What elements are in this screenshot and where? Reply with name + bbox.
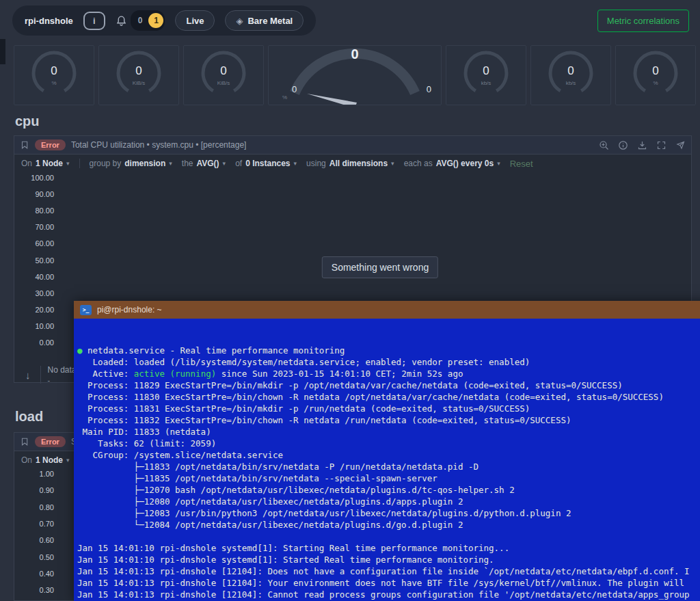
y-axis-label: 0.70 [14, 520, 54, 528]
y-axis-label: 0.30 [14, 586, 54, 594]
alert-count-pill: 0 1 [131, 10, 165, 31]
terminal-line: ├─12080 /opt/netdata/usr/libexec/netdata… [77, 496, 700, 507]
info-icon: i [93, 16, 96, 26]
alert-count-warning-badge: 1 [148, 13, 163, 28]
toolbar-dropdown[interactable]: usingAll dimensions▾ [306, 159, 394, 168]
y-axis-label: 10.00 [14, 322, 54, 330]
toolbar-dropdown[interactable]: theAVG()▾ [182, 159, 226, 168]
terminal-line: Process: 11831 ExecStartPre=/bin/mkdir -… [77, 403, 700, 414]
y-axis-label: 90.00 [14, 190, 54, 198]
dimension-value: - [48, 376, 77, 384]
terminal-line: Process: 11830 ExecStartPre=/bin/chown -… [77, 391, 700, 403]
cpu-section-heading: cpu [15, 113, 40, 129]
terminal-line: ● netdata.service - Real time performanc… [77, 345, 700, 356]
terminal-line: Jan 15 14:01:10 rpi-dnshole systemd[1]: … [77, 542, 700, 554]
y-axis-label: 20.00 [14, 306, 54, 314]
fullscreen-icon[interactable] [656, 140, 667, 150]
metric-correlations-button[interactable]: Metric correlations [597, 10, 689, 32]
gauge-card[interactable]: 0KiB/s [183, 45, 264, 105]
terminal-line: ├─11833 /opt/netdata/bin/srv/netdata -P … [77, 461, 700, 472]
alert-count-normal: 0 [132, 16, 149, 25]
chart-info-icon[interactable] [618, 140, 628, 150]
cpu-chart-title: Total CPU utilization • system.cpu • [pe… [71, 140, 247, 150]
no-data-label: No data [48, 365, 77, 375]
y-axis-label: 40.00 [14, 273, 54, 281]
download-icon[interactable] [637, 140, 647, 150]
chart-flag-icon [20, 140, 29, 150]
toolbar-dropdown[interactable]: of0 Instances▾ [235, 159, 297, 168]
terminal-output[interactable]: ● netdata.service - Real time performanc… [74, 319, 700, 601]
terminal-line [77, 531, 700, 542]
speedometer-gauge[interactable]: 000% [268, 45, 442, 105]
toolbar-dropdown[interactable]: group bydimension▾ [90, 159, 172, 168]
diamond-icon: ◈ [236, 16, 243, 26]
y-axis-label: 80.00 [14, 206, 54, 215]
terminal-line: CGroup: /system.slice/netdata.service [77, 449, 700, 461]
toolbar-dropdown[interactable]: On1 Node▾ [21, 455, 70, 465]
toolbar-dropdown[interactable]: On1 Node▾ [21, 159, 70, 168]
chart-error-message: Something went wrong [322, 256, 438, 278]
terminal-line: Process: 11832 ExecStartPre=/bin/chown -… [77, 414, 700, 426]
cpu-chart-header: Error Total CPU utilization • system.cpu… [14, 136, 691, 155]
chevron-down-icon: ▾ [294, 160, 297, 167]
gauge-value: 0 [531, 64, 610, 78]
gauge-min-label: 0 [292, 84, 297, 94]
terminal-window[interactable]: >_ pi@rpi-dnshole: ~ ● netdata.service -… [74, 301, 700, 601]
terminal-line: Jan 15 14:01:10 rpi-dnshole systemd[1]: … [77, 554, 700, 565]
terminal-line: └─12084 /opt/netdata/usr/libexec/netdata… [77, 519, 700, 531]
powershell-icon: >_ [80, 305, 92, 315]
y-axis-label: 0.60 [14, 536, 54, 544]
terminal-line: Process: 11829 ExecStartPre=/bin/mkdir -… [77, 379, 700, 391]
y-axis-label: 50.00 [14, 256, 54, 265]
terminal-line: ├─11835 /opt/netdata/bin/srv/netdata --s… [77, 472, 700, 484]
gauge-card[interactable]: 0% [14, 45, 94, 105]
left-edge-notch [0, 39, 5, 64]
reset-button[interactable]: Reset [510, 159, 533, 169]
terminal-titlebar[interactable]: >_ pi@rpi-dnshole: ~ [74, 301, 700, 319]
gauge-unit: % [282, 94, 287, 101]
cpu-chart-footer: ↓ No data - [23, 364, 77, 385]
netdata-dashboard: rpi-dnshole i 0 1 Live ◈ Bare Metal Metr… [0, 0, 700, 601]
sort-descending-icon[interactable]: ↓ [23, 369, 33, 381]
toolbar-divider [79, 159, 80, 168]
terminal-line: ├─12070 bash /opt/netdata/usr/libexec/ne… [77, 484, 700, 496]
bare-metal-button[interactable]: ◈ Bare Metal [225, 10, 304, 31]
gauge-value: 0 [269, 46, 441, 62]
share-icon[interactable] [675, 140, 686, 150]
gauge-value: 0 [446, 64, 526, 78]
gauge-unit: % [616, 80, 695, 86]
y-axis-label: 1.00 [14, 470, 54, 478]
gauge-value: 0 [616, 64, 695, 78]
gauge-card[interactable]: 0kb/s [446, 45, 526, 105]
terminal-line: Jan 15 14:01:13 rpi-dnshole [12104]: Can… [77, 589, 700, 600]
chevron-down-icon: ▾ [391, 160, 394, 167]
error-badge: Error [35, 436, 66, 447]
gauge-card[interactable]: 0kb/s [530, 45, 611, 105]
y-axis-label: 0.00 [14, 338, 54, 347]
terminal-line: Jan 15 14:01:13 rpi-dnshole [12104]: Doe… [77, 565, 700, 577]
gauge-card[interactable]: 0KiB/s [98, 45, 179, 105]
terminal-line: Main PID: 11833 (netdata) [77, 426, 700, 438]
load-section-heading: load [15, 409, 43, 425]
terminal-line: ├─12083 /usr/bin/python3 /opt/netdata/us… [77, 507, 700, 519]
terminal-line: Loaded: loaded (/lib/systemd/system/netd… [77, 356, 700, 368]
terminal-line: Tasks: 62 (limit: 2059) [77, 438, 700, 449]
live-button[interactable]: Live [175, 10, 215, 31]
node-info-button[interactable]: i [83, 12, 105, 30]
y-axis-label: 100.00 [14, 174, 54, 182]
gauge-card[interactable]: 0% [615, 45, 696, 105]
y-axis-label: 0.80 [14, 503, 54, 511]
chevron-down-icon: ▾ [497, 160, 500, 167]
error-badge: Error [35, 139, 66, 150]
y-axis-label: 70.00 [14, 223, 54, 231]
y-axis-label: 0.90 [14, 486, 54, 494]
gauge-max-label: 0 [427, 84, 431, 94]
y-axis-label: 0.40 [14, 570, 54, 578]
bell-icon [116, 15, 127, 27]
terminal-line: Jan 15 14:01:13 rpi-dnshole [12104]: You… [77, 577, 700, 589]
footer-divider [40, 366, 41, 384]
zoom-in-icon[interactable] [599, 140, 609, 150]
alerts-indicator[interactable]: 0 1 [116, 10, 165, 31]
toolbar-dropdown[interactable]: each asAVG() every 0s▾ [404, 159, 500, 168]
gauge-unit: % [14, 80, 94, 86]
